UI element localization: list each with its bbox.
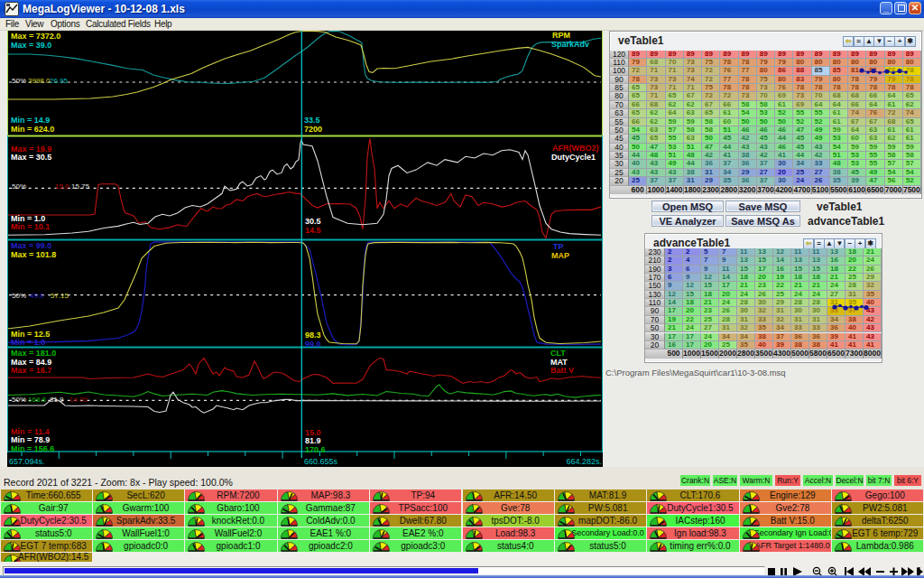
svg-text:Max = 30.5: Max = 30.5 [11,153,51,162]
svg-text:Max = 7372.0: Max = 7372.0 [11,32,60,41]
svg-text:660.655s: 660.655s [304,457,338,466]
svg-text:MAT: MAT [550,358,568,367]
svg-text:Min = 12.5: Min = 12.5 [11,330,50,339]
svg-text:14.5: 14.5 [305,226,321,235]
svg-text:Min = 14.9: Min = 14.9 [11,116,50,125]
svg-text:26.95: 26.95 [50,77,69,85]
svg-text:Max = 16.7: Max = 16.7 [11,366,51,375]
svg-text:15.0: 15.0 [55,182,69,191]
svg-text:33.5: 33.5 [304,116,320,125]
svg-text:15.0: 15.0 [305,428,321,437]
svg-text:Min = 1.0: Min = 1.0 [11,338,45,347]
svg-text:Min = 156.6: Min = 156.6 [11,444,54,453]
svg-text:99.0: 99.0 [305,340,321,349]
svg-text:CLT: CLT [550,349,566,358]
svg-text:50%: 50% [12,292,26,300]
svg-text:3998.0: 3998.0 [28,77,51,85]
svg-text:98.3: 98.3 [305,331,321,340]
svg-text:Min = 624.0: Min = 624.0 [11,125,54,134]
svg-text:TP: TP [553,242,564,251]
svg-text:RPM: RPM [552,31,570,40]
svg-text:81.9: 81.9 [305,436,321,445]
svg-text:15.75: 15.75 [71,182,90,191]
svg-text:14.05: 14.05 [69,396,88,404]
svg-text:Max = 19.9: Max = 19.9 [11,144,51,154]
svg-text:7200: 7200 [304,125,322,134]
svg-text:Min = 78.9: Min = 78.9 [11,435,50,444]
svg-text:AFR(WBO2): AFR(WBO2) [552,144,599,153]
svg-text:Max = 101.8: Max = 101.8 [11,250,56,259]
svg-text:Max = 99.0: Max = 99.0 [11,241,51,250]
svg-text:57.15: 57.15 [51,292,69,300]
svg-text:168.8: 168.8 [28,396,47,404]
svg-text:657.094s.: 657.094s. [9,457,45,466]
svg-text:MAP: MAP [551,251,569,260]
svg-text:Max = 39.0: Max = 39.0 [11,41,51,50]
svg-text:50%: 50% [12,77,26,85]
svg-text:DutyCycle1: DutyCycle1 [551,153,596,162]
svg-text:49.0: 49.0 [30,292,44,300]
svg-text:Min = 1.0: Min = 1.0 [11,214,45,223]
svg-text:Max = 181.0: Max = 181.0 [11,349,56,358]
svg-text:30.5: 30.5 [305,217,321,226]
svg-text:Batt V: Batt V [550,366,574,375]
svg-text:50%: 50% [12,396,26,404]
svg-text:50%: 50% [12,182,26,191]
svg-text:170.6: 170.6 [305,445,326,454]
svg-text:Min = 10.1: Min = 10.1 [11,222,50,231]
svg-text:Max = 84.9: Max = 84.9 [11,358,51,367]
svg-text:Min = 11.4: Min = 11.4 [11,427,50,436]
svg-text:SparkAdv: SparkAdv [551,40,589,49]
svg-text:664.282s.: 664.282s. [566,457,602,466]
svg-text:81.9: 81.9 [50,396,64,404]
